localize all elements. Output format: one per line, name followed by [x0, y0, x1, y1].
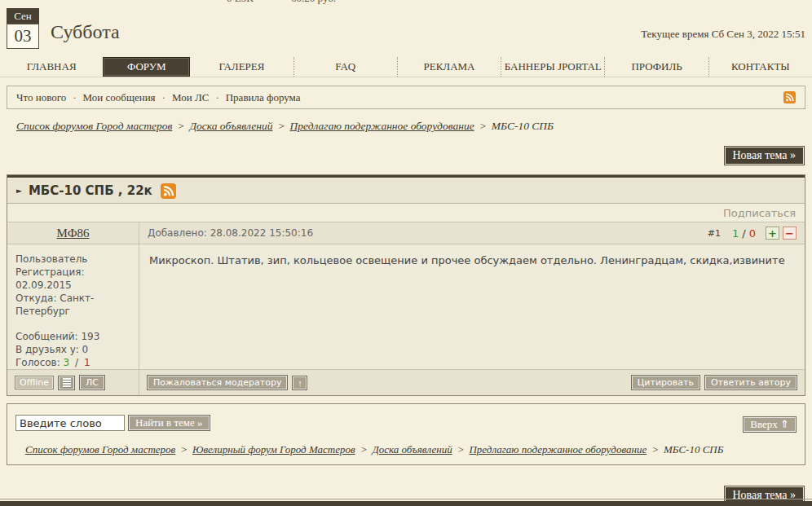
user-registered: Регистрация: 02.09.2015 [15, 266, 135, 292]
breadcrumb-link-forums[interactable]: Список форумов Город мастеров [16, 120, 172, 132]
user-friends-count: В друзьях у: 0 [15, 343, 135, 356]
topic-title: МБС-10 СПБ , 22к [29, 183, 152, 198]
find-in-topic-button[interactable]: Найти в теме » [128, 415, 210, 431]
breadcrumb-link-board[interactable]: Доска объявлений [372, 443, 452, 455]
topic-marker-icon: ► [16, 187, 22, 195]
breadcrumb-current-topic: МБС-10 СПБ [664, 443, 723, 455]
breadcrumb-separator: > [457, 443, 465, 455]
post-footer-left: Offline ЛС [7, 370, 139, 395]
votes-label: Голосов: [15, 357, 60, 368]
new-topic-button[interactable]: Новая тема » [725, 147, 805, 165]
breadcrumb-separator: > [277, 120, 285, 132]
calendar-widget: Сен 03 [7, 8, 39, 49]
main-nav: ГЛАВНАЯ ФОРУМ ГАЛЕРЕЯ FAQ РЕКЛАМА БАННЕР… [0, 57, 812, 77]
user-message-count: Сообщений: 193 [15, 330, 135, 343]
breadcrumb-link-forums[interactable]: Список форумов Город мастеров [25, 443, 175, 455]
tab-banners[interactable]: БАННЕРЫ JPORTAL [501, 57, 604, 77]
breadcrumb-current-topic: МБС-10 СПБ [492, 120, 554, 132]
subnav-my-posts[interactable]: Мои сообщения [83, 91, 156, 104]
tab-gallery[interactable]: ГАЛЕРЕЯ [190, 57, 293, 77]
rss-icon[interactable] [783, 91, 796, 103]
reply-to-author-button[interactable]: Ответить автору [704, 375, 797, 390]
tab-ads[interactable]: РЕКЛАМА [397, 57, 501, 77]
breadcrumb-link-used-equipment[interactable]: Предлагаю подержанное оборудование [290, 120, 474, 132]
tab-forum[interactable]: ФОРУМ [103, 57, 190, 77]
vote-minus-button[interactable]: − [783, 227, 797, 240]
current-time: Текущее время Сб Сен 3, 2022 15:51 [641, 28, 805, 41]
breadcrumb-bottom: Список форумов Город мастеров>Ювелирный … [25, 443, 797, 456]
post-footer: Offline ЛС Пожаловаться модератору ↑ Цит… [7, 369, 805, 395]
breadcrumb-link-board[interactable]: Доска объявлений [189, 120, 272, 132]
rss-icon[interactable] [161, 183, 176, 199]
subnav-separator: · [215, 91, 218, 104]
user-info-cell: Пользователь Регистрация: 02.09.2015 Отк… [7, 244, 139, 369]
weekday-heading: Суббота [51, 21, 120, 43]
post-body: Пользователь Регистрация: 02.09.2015 Отк… [7, 244, 805, 369]
footer-divider [0, 499, 812, 499]
author-link[interactable]: МФ86 [57, 227, 90, 240]
tab-home[interactable]: ГЛАВНАЯ [0, 57, 103, 77]
subscribe-link[interactable]: Подписаться [723, 207, 796, 219]
breadcrumb-separator: > [177, 120, 184, 132]
breadcrumb: Список форумов Город мастеров>Доска объя… [16, 120, 812, 133]
post-number: #1 [708, 228, 721, 239]
post-message: Микроскоп. Штатив, зип, кольцевое освеще… [139, 244, 805, 369]
forum-topic-page: 0 ЕЗК60.20 руб. Сен 03 Суббота Текущее в… [0, 0, 812, 506]
votes-separator: / [75, 357, 78, 368]
post-rating-group: #1 1 / 0 + − [708, 227, 797, 240]
vote-plus-button[interactable]: + [766, 227, 779, 240]
subnav-bar: Что нового · Мои сообщения · Мои ЛС · Пр… [7, 86, 805, 109]
go-to-top-button[interactable]: Вверх ⇑ [743, 416, 797, 433]
subnav-forum-rules[interactable]: Правила форума [226, 91, 301, 104]
subnav-separator: · [162, 91, 165, 104]
scroll-up-button[interactable]: ↑ [292, 376, 307, 390]
calendar-day: 03 [7, 24, 39, 49]
topic-panel: ► МБС-10 СПБ , 22к Подписаться МФ86 Доба… [7, 174, 805, 396]
subnav-whats-new[interactable]: Что нового [16, 91, 66, 104]
profile-card-button[interactable] [58, 376, 75, 390]
quote-button[interactable]: Цитировать [631, 375, 700, 390]
profile-card-icon [63, 378, 71, 388]
topic-search-panel: Найти в теме » Вверх ⇑ Список форумов Го… [7, 403, 805, 465]
new-topic-row-top: Новая тема » [8, 147, 804, 165]
breadcrumb-link-used-equipment[interactable]: Предлагаю подержанное оборудование [469, 443, 647, 455]
page-header: Сен 03 Суббота Текущее время Сб Сен 3, 2… [0, 0, 812, 57]
post-header: МФ86 Добавлено: 28.08.2022 15:50:16 #1 1… [7, 222, 805, 244]
breadcrumb-separator: > [180, 443, 188, 455]
rating-separator: / [742, 227, 745, 240]
post-footer-actions: Пожаловаться модератору ↑ Цитировать Отв… [139, 370, 805, 395]
post-added-timestamp: Добавлено: 28.08.2022 15:50:16 [148, 227, 313, 239]
user-location: Откуда: Санкт-Петербург [15, 292, 135, 318]
author-cell: МФ86 [7, 222, 139, 244]
user-info-gap [15, 318, 135, 330]
topic-title-bar: ► МБС-10 СПБ , 22к [7, 178, 805, 204]
breadcrumb-separator: > [360, 443, 368, 455]
rating-negative: 0 [749, 227, 756, 240]
subscribe-row: Подписаться [7, 204, 805, 222]
search-input[interactable] [15, 415, 125, 431]
breadcrumb-separator: > [479, 120, 487, 132]
calendar-month: Сен [7, 8, 39, 24]
votes-negative: 1 [84, 357, 90, 368]
rating-positive: 1 [732, 227, 739, 240]
breadcrumb-separator: > [651, 443, 659, 455]
footer-bar [0, 501, 812, 506]
tab-profile[interactable]: ПРОФИЛЬ [604, 57, 708, 77]
votes-positive: 3 [64, 357, 70, 368]
search-row: Найти в теме » Вверх ⇑ [15, 415, 797, 431]
breadcrumb-link-jewelry-forum[interactable]: Ювелирный форум Город Мастеров [192, 443, 355, 455]
tab-faq[interactable]: FAQ [293, 57, 397, 77]
private-message-button[interactable]: ЛС [79, 375, 105, 390]
report-to-moderator-button[interactable]: Пожаловаться модератору [147, 375, 288, 390]
post-date-cell: Добавлено: 28.08.2022 15:50:16 #1 1 / 0 … [139, 222, 805, 244]
tab-contacts[interactable]: КОНТАКТЫ [708, 57, 812, 77]
user-votes: Голосов: 3 / 1 [15, 356, 135, 369]
page-footer [0, 499, 812, 506]
subnav-my-pm[interactable]: Мои ЛС [172, 91, 209, 104]
offline-status-button[interactable]: Offline [15, 376, 54, 389]
subnav-separator: · [73, 91, 76, 104]
user-group: Пользователь [15, 253, 135, 266]
